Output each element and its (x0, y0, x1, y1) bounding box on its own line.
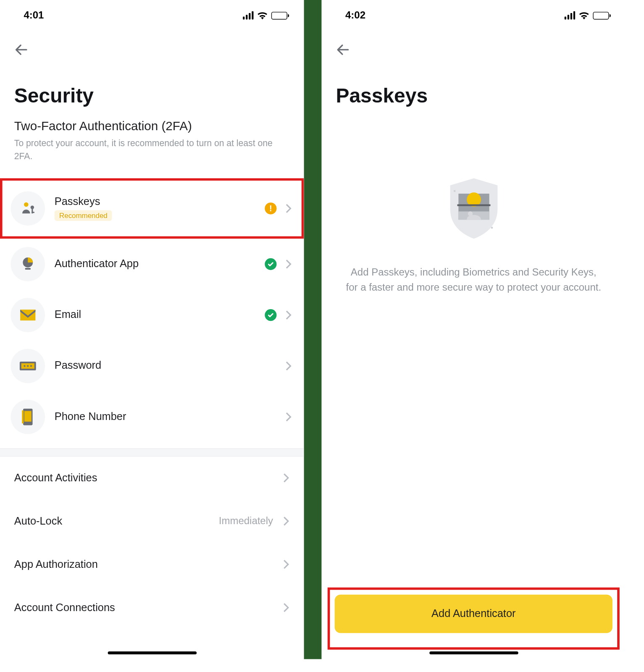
svg-point-11 (30, 365, 32, 367)
screen-security: 4:01 Security Two-Factor Authentication … (0, 0, 304, 659)
status-time: 4:01 (24, 10, 44, 21)
page-title: Passkeys (322, 60, 626, 119)
check-icon (265, 258, 276, 270)
item-label: Authenticator App (55, 257, 255, 270)
item-label: App Authorization (14, 558, 98, 571)
item-label: Phone Number (55, 410, 276, 423)
svg-rect-20 (453, 190, 455, 192)
svg-rect-21 (491, 227, 492, 228)
empty-state-illustration (438, 172, 509, 243)
arrow-left-icon (335, 42, 351, 58)
item-passkeys[interactable]: Passkeys Recommended ! (0, 178, 304, 239)
screen-passkeys: 4:02 Passkeys (322, 0, 626, 659)
svg-rect-6 (20, 309, 35, 320)
cellular-icon (243, 11, 253, 20)
item-password[interactable]: Password (0, 340, 304, 391)
wifi-icon (579, 11, 589, 20)
authenticator-icon (11, 247, 45, 281)
twofa-list: Passkeys Recommended ! Authenticator App (0, 178, 304, 442)
svg-rect-13 (24, 411, 32, 421)
item-label: Password (55, 360, 276, 372)
status-bar: 4:02 (322, 0, 626, 25)
svg-rect-3 (32, 212, 34, 213)
item-label: Email (55, 309, 255, 321)
arrow-left-icon (13, 42, 29, 58)
chevron-right-icon (285, 310, 292, 320)
svg-rect-18 (457, 204, 490, 206)
add-authenticator-button[interactable]: Add Authenticator (335, 595, 612, 633)
battery-icon (593, 11, 609, 19)
twofa-title: Two-Factor Authentication (2FA) (14, 119, 290, 133)
svg-point-10 (27, 365, 29, 367)
home-indicator[interactable] (429, 651, 518, 654)
check-icon (265, 309, 276, 320)
chevron-right-icon (285, 258, 292, 269)
item-app-authorization[interactable]: App Authorization (0, 543, 304, 586)
item-label: Auto-Lock (14, 515, 62, 528)
item-email[interactable]: Email (0, 289, 304, 340)
warning-icon: ! (265, 202, 276, 214)
chevron-right-icon (283, 472, 290, 483)
section-separator (0, 448, 304, 457)
cta-container: Add Authenticator (328, 588, 620, 650)
screens-divider (304, 0, 321, 659)
page-title: Security (0, 60, 304, 119)
svg-rect-14 (22, 410, 24, 423)
home-indicator[interactable] (108, 651, 196, 654)
recommended-badge: Recommended (55, 210, 112, 221)
svg-rect-5 (25, 268, 31, 269)
chevron-right-icon (285, 411, 292, 422)
chevron-right-icon (285, 360, 292, 371)
item-auto-lock[interactable]: Auto-Lock Immediately (0, 499, 304, 543)
phone-icon (11, 399, 45, 434)
item-value: Immediately (219, 515, 273, 527)
item-authenticator-app[interactable]: Authenticator App (0, 239, 304, 289)
password-icon (11, 349, 45, 383)
item-label: Account Connections (14, 601, 115, 614)
wifi-icon (257, 11, 268, 20)
battery-icon (271, 11, 287, 19)
status-icons (243, 11, 287, 20)
item-label: Account Activities (14, 472, 97, 484)
back-button[interactable] (332, 39, 354, 60)
passkeys-icon (11, 191, 45, 226)
status-time: 4:02 (345, 10, 365, 21)
chevron-right-icon (285, 203, 292, 213)
status-icons (565, 11, 609, 20)
chevron-right-icon (283, 559, 290, 570)
cellular-icon (565, 11, 575, 20)
twofa-section-header: Two-Factor Authentication (2FA) To prote… (0, 119, 304, 163)
email-icon (11, 298, 45, 332)
chevron-right-icon (283, 602, 290, 613)
item-account-activities[interactable]: Account Activities (0, 456, 304, 499)
svg-point-0 (24, 202, 29, 207)
back-button[interactable] (11, 39, 32, 60)
item-label: Passkeys (55, 195, 255, 208)
svg-point-9 (24, 365, 25, 367)
item-phone-number[interactable]: Phone Number (0, 391, 304, 442)
item-account-connections[interactable]: Account Connections (0, 586, 304, 629)
status-bar: 4:01 (0, 0, 304, 25)
twofa-subtitle: To protect your account, it is recommend… (14, 137, 290, 163)
empty-state-text: Add Passkeys, including Biometrics and S… (322, 244, 626, 296)
chevron-right-icon (283, 516, 290, 526)
